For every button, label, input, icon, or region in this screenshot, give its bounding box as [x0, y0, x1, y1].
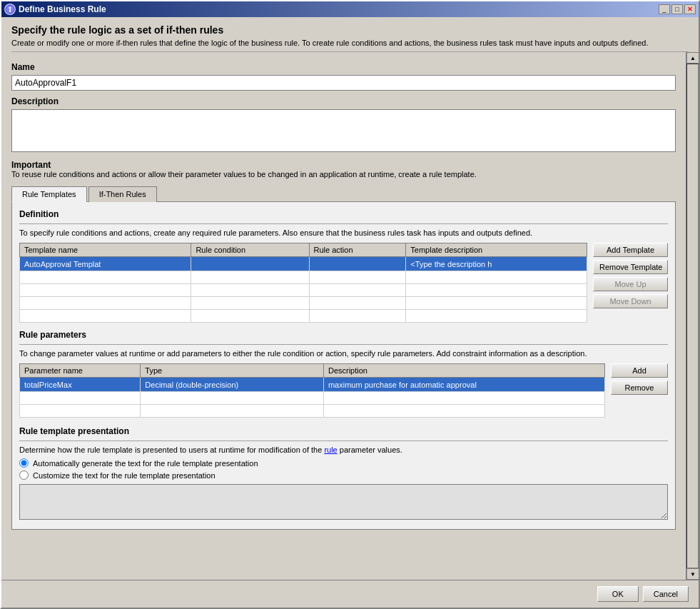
- header-section: Specify the rule logic as a set of if-th…: [1, 17, 699, 51]
- title-bar: Define Business Rule _ □ ✕: [1, 1, 699, 17]
- table-row-empty-1: [20, 271, 587, 284]
- scroll-down-button[interactable]: ▼: [686, 568, 699, 580]
- table-row-empty-2: [20, 284, 587, 297]
- description-input[interactable]: [11, 109, 676, 152]
- param-col-name: Parameter name: [20, 364, 141, 378]
- radio-customize-label: Customize the text for the rule template…: [33, 471, 215, 480]
- template-table-area: Template name Rule condition Rule action…: [19, 243, 587, 323]
- param-col-desc: Description: [323, 364, 604, 378]
- description-section: Description: [11, 96, 676, 154]
- tab-rule-templates[interactable]: Rule Templates: [11, 186, 87, 202]
- important-label: Important: [11, 160, 676, 170]
- definition-layout: Template name Rule condition Rule action…: [19, 243, 668, 323]
- radio-auto-input[interactable]: [19, 458, 29, 468]
- presentation-rule-link[interactable]: rule: [324, 446, 337, 454]
- cell-rule-action: [309, 257, 406, 271]
- radio-auto-generate[interactable]: Automatically generate the text for the …: [19, 458, 668, 468]
- description-label: Description: [11, 96, 676, 106]
- param-cell-type: Decimal (double-precision): [141, 378, 324, 392]
- important-section: Important To reuse rule conditions and a…: [11, 160, 676, 178]
- rule-params-desc: To change parameter values at runtime or…: [19, 349, 668, 358]
- add-param-button[interactable]: Add: [611, 363, 668, 378]
- main-window: Define Business Rule _ □ ✕ Specify the r…: [0, 0, 700, 609]
- radio-customize[interactable]: Customize the text for the rule template…: [19, 470, 668, 480]
- radio-customize-input[interactable]: [19, 470, 29, 480]
- params-table: Parameter name Type Description totalPri…: [19, 363, 605, 418]
- move-down-button[interactable]: Move Down: [593, 294, 668, 308]
- col-header-template-desc: Template description: [406, 243, 587, 257]
- minimize-button[interactable]: _: [659, 4, 670, 14]
- col-header-template-name: Template name: [20, 243, 191, 257]
- maximize-button[interactable]: □: [671, 4, 683, 14]
- scroll-up-button[interactable]: ▲: [686, 52, 699, 64]
- presentation-section: Rule template presentation Determine how…: [19, 426, 668, 522]
- cell-rule-condition: [191, 257, 309, 271]
- page-description: Create or modify one or more if-then rul…: [11, 39, 689, 47]
- window-title: Define Business Rule: [19, 4, 659, 14]
- svg-rect-2: [9, 9, 11, 12]
- param-cell-name: totalPriceMax: [20, 378, 141, 392]
- table-row-empty-3: [20, 297, 587, 310]
- definition-desc: To specify rule conditions and actions, …: [19, 228, 668, 237]
- remove-param-button[interactable]: Remove: [611, 381, 668, 395]
- param-row-empty-1: [20, 392, 605, 405]
- params-table-area: Parameter name Type Description totalPri…: [19, 363, 605, 418]
- definition-section: Definition To specify rule conditions an…: [19, 209, 668, 323]
- page-title: Specify the rule logic as a set of if-th…: [11, 24, 689, 36]
- close-button[interactable]: ✕: [684, 4, 696, 14]
- table-row-empty-4: [20, 310, 587, 323]
- param-row-empty-2: [20, 405, 605, 418]
- add-template-button[interactable]: Add Template: [593, 243, 668, 257]
- bottom-bar: OK Cancel: [1, 580, 699, 608]
- rule-parameters-section: Rule parameters To change parameter valu…: [19, 330, 668, 418]
- param-cell-desc: maximum purchase for automatic approval: [323, 378, 604, 392]
- presentation-desc-before: Determine how the rule template is prese…: [19, 446, 324, 454]
- svg-point-1: [9, 7, 11, 9]
- cell-template-name: AutoApproval Templat: [20, 257, 191, 271]
- cell-template-desc: <Type the description h: [406, 257, 587, 271]
- template-table: Template name Rule condition Rule action…: [19, 243, 587, 323]
- param-buttons: Add Remove: [611, 363, 668, 418]
- param-row[interactable]: totalPriceMax Decimal (double-precision)…: [20, 378, 605, 392]
- name-input[interactable]: [11, 75, 676, 91]
- cancel-button[interactable]: Cancel: [643, 586, 689, 602]
- important-text: To reuse rule conditions and actions or …: [11, 170, 676, 178]
- presentation-desc-after: parameter values.: [338, 446, 402, 454]
- presentation-textarea[interactable]: [19, 484, 668, 520]
- radio-auto-label: Automatically generate the text for the …: [33, 459, 258, 468]
- tab-if-then-rules[interactable]: If-Then Rules: [88, 186, 157, 202]
- presentation-desc: Determine how the rule template is prese…: [19, 446, 668, 454]
- ok-button[interactable]: OK: [597, 586, 639, 602]
- window-icon: [4, 4, 16, 15]
- col-header-rule-condition: Rule condition: [191, 243, 309, 257]
- tab-strip: Rule Templates If-Then Rules: [11, 186, 676, 201]
- template-buttons: Add Template Remove Template Move Up Mov…: [593, 243, 668, 323]
- rule-params-title: Rule parameters: [19, 330, 668, 340]
- params-layout: Parameter name Type Description totalPri…: [19, 363, 668, 418]
- tab-content-rule-templates: Definition To specify rule conditions an…: [11, 201, 676, 530]
- name-label: Name: [11, 62, 676, 72]
- table-row[interactable]: AutoApproval Templat <Type the descripti…: [20, 257, 587, 271]
- main-body: Name Description Important To reuse rule…: [1, 52, 699, 580]
- presentation-title: Rule template presentation: [19, 426, 668, 436]
- main-content: Name Description Important To reuse rule…: [1, 52, 686, 580]
- col-header-rule-action: Rule action: [309, 243, 406, 257]
- main-scrollbar: ▲ ▼: [686, 52, 699, 580]
- move-up-button[interactable]: Move Up: [593, 277, 668, 291]
- window-controls: _ □ ✕: [659, 4, 696, 14]
- definition-title: Definition: [19, 209, 668, 219]
- param-col-type: Type: [141, 364, 324, 378]
- radio-group: Automatically generate the text for the …: [19, 458, 668, 480]
- tabs-container: Rule Templates If-Then Rules Definition …: [11, 186, 676, 530]
- scrollbar-track[interactable]: [686, 64, 699, 568]
- name-section: Name: [11, 62, 676, 91]
- remove-template-button[interactable]: Remove Template: [593, 260, 668, 274]
